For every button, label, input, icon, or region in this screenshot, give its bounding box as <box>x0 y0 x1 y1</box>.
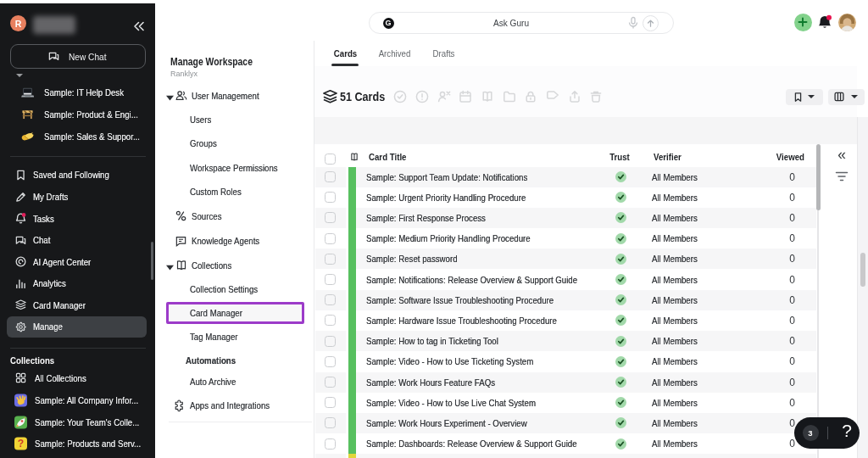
svg-text:?: ? <box>18 438 24 450</box>
